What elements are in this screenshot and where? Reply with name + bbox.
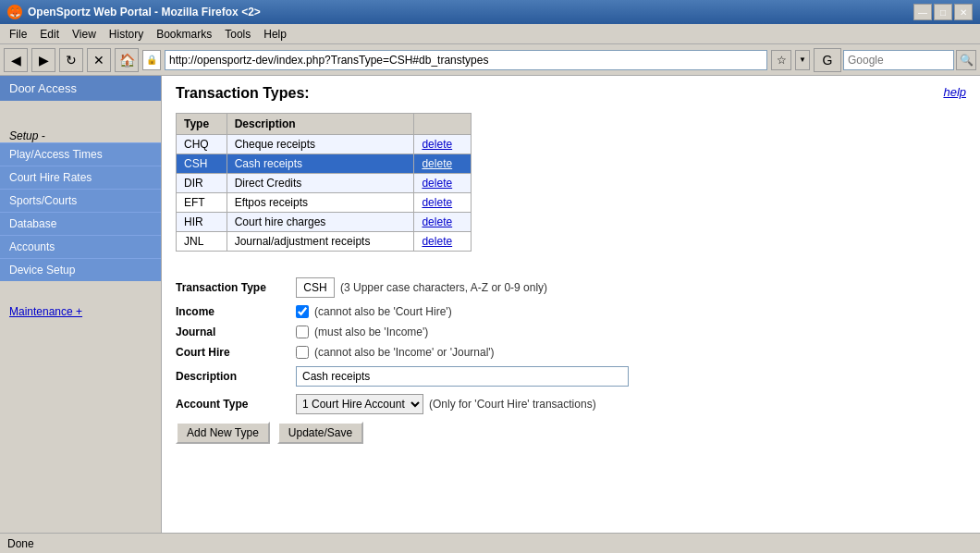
cell-desc: Direct Credits <box>227 174 414 193</box>
search-section: G 🔍 <box>814 48 976 72</box>
col-description: Description <box>227 114 414 135</box>
delete-jnl[interactable]: delete <box>422 235 452 248</box>
menu-tools[interactable]: Tools <box>219 26 256 43</box>
journal-value: (must also be 'Income') <box>296 326 428 338</box>
menu-view[interactable]: View <box>67 26 102 43</box>
address-bar: 🔒 ☆ ▼ <box>142 50 810 70</box>
cell-type: EFT <box>177 193 227 213</box>
content-area: help Transaction Types: Type Description… <box>162 76 980 533</box>
delete-hir[interactable]: delete <box>422 215 452 228</box>
main-layout: Door Access Setup - Play/Access Times Co… <box>0 76 980 533</box>
account-type-label: Account Type <box>176 398 296 411</box>
description-input[interactable] <box>296 366 629 387</box>
trans-type-input[interactable] <box>296 277 335 298</box>
form-row-income: Income (cannot also be 'Court Hire') <box>176 305 966 318</box>
title-bar: 🦊 OpenSportz Web Portal - Mozilla Firefo… <box>0 0 980 24</box>
bookmark-star[interactable]: ☆ <box>771 50 791 70</box>
address-input[interactable] <box>165 50 767 70</box>
menu-edit[interactable]: Edit <box>34 26 65 43</box>
close-button[interactable]: ✕ <box>954 4 973 20</box>
search-engine-icon[interactable]: G <box>814 48 841 72</box>
transaction-table-wrapper: Type Description CHQ Cheque receipts del… <box>176 113 472 265</box>
search-button[interactable]: 🔍 <box>956 50 976 70</box>
cell-type: DIR <box>177 174 227 193</box>
table-row-selected: CSH Cash receipts delete <box>177 154 472 174</box>
delete-chq[interactable]: delete <box>422 138 452 151</box>
window-title: OpenSportz Web Portal - Mozilla Firefox … <box>28 6 261 18</box>
menu-bar: File Edit View History Bookmarks Tools H… <box>0 24 980 44</box>
back-button[interactable]: ◀ <box>4 48 28 72</box>
form-row-journal: Journal (must also be 'Income') <box>176 326 966 338</box>
sidebar-item-database[interactable]: Database <box>0 212 161 235</box>
address-dropdown[interactable]: ▼ <box>795 50 810 70</box>
col-action <box>414 114 472 135</box>
journal-hint: (must also be 'Income') <box>314 326 428 338</box>
col-type: Type <box>177 114 227 135</box>
menu-help[interactable]: Help <box>258 26 292 43</box>
search-input[interactable] <box>843 50 954 70</box>
maximize-button[interactable]: □ <box>934 4 952 20</box>
journal-checkbox[interactable] <box>296 326 309 338</box>
cell-action: delete <box>414 193 472 213</box>
cell-type: JNL <box>177 232 227 252</box>
table-row: HIR Court hire charges delete <box>177 213 472 232</box>
menu-bookmarks[interactable]: Bookmarks <box>151 26 217 43</box>
table-row: DIR Direct Credits delete <box>177 174 472 193</box>
cell-action: delete <box>414 232 472 252</box>
window-controls[interactable]: — □ ✕ <box>913 4 973 20</box>
delete-eft[interactable]: delete <box>422 196 452 209</box>
sidebar-setup-label: Setup - <box>0 124 55 148</box>
sidebar-item-court-hire[interactable]: Court Hire Rates <box>0 166 161 189</box>
sidebar-item-door-access[interactable]: Door Access <box>0 76 161 101</box>
cell-action: delete <box>414 154 472 174</box>
menu-history[interactable]: History <box>104 26 149 43</box>
court-hire-checkbox[interactable] <box>296 346 309 359</box>
add-new-type-button[interactable]: Add New Type <box>176 422 270 444</box>
cell-type: CHQ <box>177 135 227 154</box>
account-type-value: 1 Court Hire Account (Only for 'Court Hi… <box>296 394 596 414</box>
cell-desc: Journal/adjustment receipts <box>227 232 414 252</box>
stop-button[interactable]: ✕ <box>87 48 111 72</box>
income-value: (cannot also be 'Court Hire') <box>296 305 452 318</box>
cell-desc: Cheque receipts <box>227 135 414 154</box>
sidebar: Door Access Setup - Play/Access Times Co… <box>0 76 162 533</box>
toolbar: ◀ ▶ ↻ ✕ 🏠 🔒 ☆ ▼ G 🔍 <box>0 44 980 76</box>
transaction-table: Type Description CHQ Cheque receipts del… <box>176 113 472 252</box>
description-label: Description <box>176 370 296 383</box>
update-save-button[interactable]: Update/Save <box>277 422 363 444</box>
journal-label: Journal <box>176 326 296 338</box>
home-button[interactable]: 🏠 <box>115 48 139 72</box>
cell-desc: Cash receipts <box>227 154 414 174</box>
income-hint: (cannot also be 'Court Hire') <box>314 305 452 318</box>
delete-csh[interactable]: delete <box>422 157 452 170</box>
page-title: Transaction Types: <box>176 85 966 102</box>
trans-type-hint: (3 Upper case characters, A-Z or 0-9 onl… <box>340 281 547 294</box>
court-hire-label: Court Hire <box>176 346 296 359</box>
help-link[interactable]: help <box>943 85 966 99</box>
table-row: CHQ Cheque receipts delete <box>177 135 472 154</box>
account-type-select[interactable]: 1 Court Hire Account <box>296 394 423 414</box>
cell-desc: Eftpos receipts <box>227 193 414 213</box>
menu-file[interactable]: File <box>4 26 32 43</box>
refresh-button[interactable]: ↻ <box>59 48 83 72</box>
delete-dir[interactable]: delete <box>422 177 452 190</box>
minimize-button[interactable]: — <box>913 4 932 20</box>
table-row: EFT Eftpos receipts delete <box>177 193 472 213</box>
status-text: Done <box>7 537 34 550</box>
account-type-hint: (Only for 'Court Hire' transactions) <box>429 398 596 411</box>
status-bar: Done <box>0 533 980 553</box>
form-row-trans-type: Transaction Type (3 Upper case character… <box>176 277 966 298</box>
sidebar-item-device-setup[interactable]: Device Setup <box>0 258 161 281</box>
cell-type: HIR <box>177 213 227 232</box>
trans-type-value: (3 Upper case characters, A-Z or 0-9 onl… <box>296 277 547 298</box>
forward-button[interactable]: ▶ <box>31 48 55 72</box>
income-checkbox[interactable] <box>296 305 309 318</box>
form-row-description: Description <box>176 366 966 387</box>
sidebar-item-sports-courts[interactable]: Sports/Courts <box>0 189 161 212</box>
cell-desc: Court hire charges <box>227 213 414 232</box>
sidebar-maintenance[interactable]: Maintenance + <box>0 300 161 324</box>
description-value <box>296 366 629 387</box>
cell-type: CSH <box>177 154 227 174</box>
browser-icon: 🦊 <box>7 5 22 19</box>
sidebar-item-accounts[interactable]: Accounts <box>0 235 161 258</box>
